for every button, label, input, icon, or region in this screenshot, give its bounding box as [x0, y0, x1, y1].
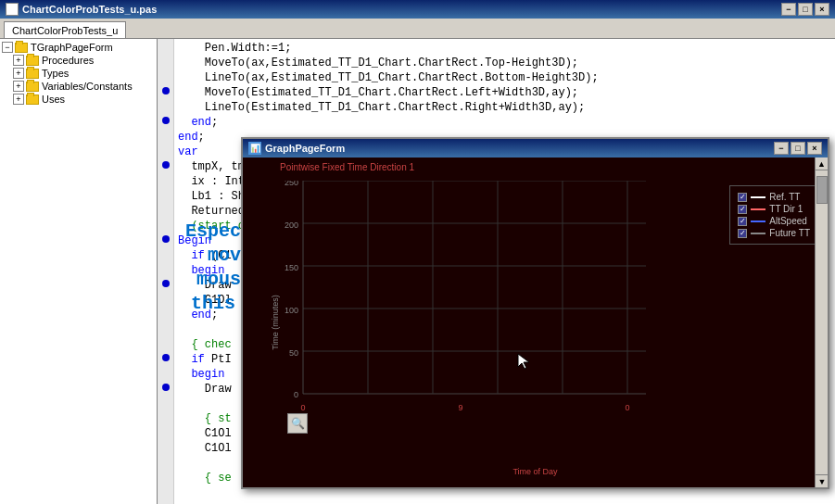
legend-label-3: Future TT	[769, 228, 810, 238]
folder-icon-types	[26, 69, 39, 79]
tab-bar: ChartColorProbTests_u	[0, 19, 835, 39]
tree-root[interactable]: − TGraphPageForm	[0, 41, 157, 54]
legend-label-2: AltSpeed	[769, 216, 807, 226]
graph-titlebar-left: 📊 GraphPageForm	[248, 142, 345, 155]
tree-item-procedures[interactable]: + Procedures	[0, 54, 157, 67]
legend-item-1: ✓ TT Dir 1	[738, 204, 810, 214]
legend-label-0: Ref. TT	[769, 192, 800, 202]
svg-text:0: 0	[625, 403, 629, 412]
legend-item-0: ✓ Ref. TT	[738, 192, 810, 202]
title-bar: D ChartColorProbTests_u.pas − □ ×	[0, 0, 835, 19]
chart-legend: ✓ Ref. TT ✓ TT Dir 1 ✓ AltSpeed ✓	[729, 185, 818, 245]
svg-text:9: 9	[458, 403, 462, 412]
graph-content: Pointwise Fixed Time Direction 1 Time (m…	[243, 158, 828, 487]
chart-title: Pointwise Fixed Time Direction 1	[280, 162, 414, 172]
legend-check-1[interactable]: ✓	[738, 205, 747, 214]
title-bar-buttons: − □ ×	[781, 3, 829, 16]
graph-minimize-button[interactable]: −	[774, 142, 789, 155]
graph-titlebar-buttons: − □ ×	[774, 142, 822, 155]
tree-expand-variables[interactable]: +	[13, 81, 24, 92]
graph-titlebar: 📊 GraphPageForm − □ ×	[243, 139, 828, 158]
close-button[interactable]: ×	[815, 3, 829, 16]
legend-check-2[interactable]: ✓	[738, 217, 747, 226]
tree-item-variables[interactable]: + Variables/Constants	[0, 80, 157, 93]
title-bar-left: D ChartColorProbTests_u.pas	[6, 3, 157, 16]
tree-root-label: TGraphPageForm	[31, 42, 113, 53]
legend-check-3[interactable]: ✓	[738, 229, 747, 238]
scrollbar-vertical[interactable]: ▲ ▼	[815, 158, 828, 487]
tree-expand-root[interactable]: −	[2, 42, 13, 53]
scroll-up-button[interactable]: ▲	[816, 158, 828, 170]
graph-window[interactable]: 📊 GraphPageForm − □ × Pointwise Fixed Ti…	[241, 137, 829, 489]
tree-item-types[interactable]: + Types	[0, 67, 157, 80]
folder-icon-root	[15, 43, 28, 53]
svg-text:0: 0	[294, 390, 298, 399]
graph-maximize-button[interactable]: □	[791, 142, 805, 155]
graph-close-button[interactable]: ×	[807, 142, 822, 155]
legend-item-2: ✓ AltSpeed	[738, 216, 810, 226]
tree-label-types: Types	[42, 68, 69, 79]
graph-title: GraphPageForm	[265, 143, 345, 154]
legend-line-2	[751, 220, 765, 222]
svg-text:200: 200	[285, 220, 298, 230]
tree-label-variables: Variables/Constants	[42, 81, 133, 92]
legend-line-3	[751, 233, 765, 234]
chart-svg: 250 200 150 100 50 0 0 9 0	[275, 181, 697, 440]
tab-main[interactable]: ChartColorProbTests_u	[4, 21, 126, 38]
minimize-button[interactable]: −	[781, 3, 796, 16]
svg-text:250: 250	[285, 181, 298, 187]
folder-icon-procedures	[26, 56, 39, 66]
svg-text:50: 50	[289, 348, 298, 358]
legend-label-1: TT Dir 1	[769, 204, 803, 214]
folder-icon-variables	[26, 82, 39, 92]
window-title: ChartColorProbTests_u.pas	[22, 4, 157, 15]
svg-text:0: 0	[300, 403, 305, 412]
svg-text:150: 150	[285, 263, 298, 272]
ide-window: D ChartColorProbTests_u.pas − □ × ChartC…	[0, 0, 835, 504]
scroll-down-button[interactable]: ▼	[816, 474, 828, 487]
legend-check-0[interactable]: ✓	[738, 193, 747, 202]
title-bar-icon: D	[6, 3, 19, 16]
maximize-button[interactable]: □	[798, 3, 813, 16]
legend-item-3: ✓ Future TT	[738, 228, 810, 238]
tree-item-uses[interactable]: + Uses	[0, 93, 157, 106]
tree-label-uses: Uses	[42, 94, 65, 105]
legend-line-0	[751, 196, 765, 198]
scroll-thumb[interactable]	[816, 176, 828, 204]
code-gutter	[158, 39, 174, 504]
folder-icon-uses	[26, 94, 39, 105]
tree-expand-uses[interactable]: +	[13, 94, 24, 105]
left-panel: − TGraphPageForm + Procedures + Types + …	[0, 39, 158, 504]
chart-small-icon[interactable]: 🔍	[287, 413, 308, 434]
x-axis-title: Time of Day	[512, 467, 557, 476]
tree-expand-types[interactable]: +	[13, 68, 24, 79]
tree-label-procedures: Procedures	[42, 55, 94, 66]
graph-icon: 📊	[248, 142, 261, 155]
tree-expand-procedures[interactable]: +	[13, 55, 24, 66]
legend-line-1	[751, 208, 765, 210]
svg-text:100: 100	[285, 306, 298, 315]
